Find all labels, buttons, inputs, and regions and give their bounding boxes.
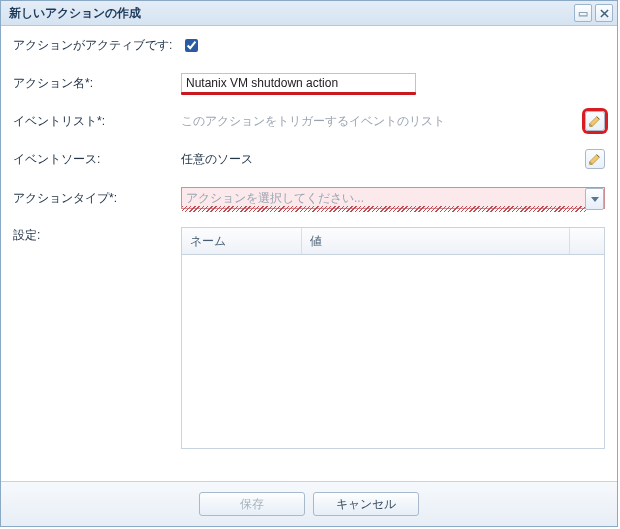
actiontype-label: アクションタイプ*: [13, 190, 181, 207]
error-wavy-underline [182, 206, 586, 212]
dropdown-arrow-icon[interactable] [585, 188, 604, 210]
eventlist-placeholder: このアクションをトリガーするイベントのリスト [181, 113, 579, 130]
save-button[interactable]: 保存 [199, 492, 305, 516]
highlight-underline [181, 92, 416, 95]
eventlist-edit-button[interactable] [585, 111, 605, 131]
grid-col-value[interactable]: 値 [302, 228, 570, 254]
eventsource-edit-button[interactable] [585, 149, 605, 169]
grid-col-name[interactable]: ネーム [182, 228, 302, 254]
dialog-window: 新しいアクションの作成 ▭ アクションがアクティブです: アクション名*: [0, 0, 618, 527]
eventsource-label: イベントソース: [13, 151, 181, 168]
active-checkbox[interactable] [185, 39, 198, 52]
settings-grid: ネーム 値 [181, 227, 605, 449]
grid-col-spacer [570, 228, 604, 254]
action-name-input[interactable] [181, 73, 416, 93]
grid-body [182, 255, 604, 448]
active-label: アクションがアクティブです: [13, 37, 181, 54]
close-button[interactable] [595, 4, 613, 22]
window-title: 新しいアクションの作成 [9, 5, 571, 22]
pencil-icon [588, 152, 602, 166]
eventlist-label: イベントリスト*: [13, 113, 181, 130]
grid-header: ネーム 値 [182, 228, 604, 255]
settings-label: 設定: [13, 227, 181, 244]
help-maximize-button[interactable]: ▭ [574, 4, 592, 22]
pencil-icon [588, 114, 602, 128]
cancel-button[interactable]: キャンセル [313, 492, 419, 516]
eventsource-value: 任意のソース [181, 151, 579, 168]
action-name-label: アクション名*: [13, 75, 181, 92]
titlebar: 新しいアクションの作成 ▭ [1, 1, 617, 26]
form-body: アクションがアクティブです: アクション名*: イベントリスト*: このアクショ… [1, 26, 617, 481]
actiontype-dropdown[interactable]: アクションを選択してください... [181, 187, 605, 209]
actiontype-placeholder: アクションを選択してください... [186, 190, 364, 207]
footer: 保存 キャンセル [1, 481, 617, 526]
